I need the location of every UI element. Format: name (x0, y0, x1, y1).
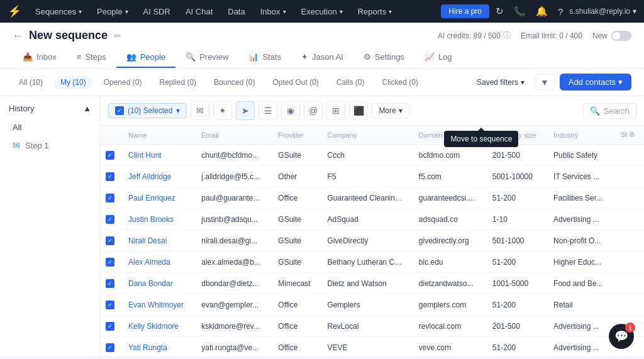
row-checkbox[interactable] (101, 187, 121, 209)
table-row[interactable]: Evan Whitmoyer evan@gempler... Office Ge… (101, 294, 644, 316)
row-check-7[interactable] (106, 301, 114, 309)
edit-title-icon[interactable]: ✏ (114, 31, 121, 41)
row-name[interactable]: Evan Whitmoyer (121, 294, 194, 316)
delete-button[interactable]: ⬛ (349, 101, 368, 120)
row-check-0[interactable] (106, 151, 114, 160)
row-checkbox[interactable] (101, 294, 121, 316)
row-checkbox[interactable] (101, 166, 121, 187)
filter-opted-out[interactable]: Opted Out (0) (266, 76, 325, 89)
row-checkbox[interactable] (101, 230, 121, 251)
row-check-8[interactable] (106, 322, 114, 331)
nav-reports[interactable]: Reports ▾ (352, 4, 399, 19)
nav-sequences[interactable]: Sequences ▾ (29, 4, 88, 19)
col-company: Company (320, 126, 411, 145)
hire-pro-button[interactable]: Hire a pro (441, 4, 489, 18)
table-row[interactable]: Dana Bondar dbondar@dietz... Mimecast Di… (101, 273, 644, 294)
row-name[interactable]: Paul Enriquez (121, 187, 194, 209)
row-name[interactable]: Nirali Desai (121, 230, 194, 251)
tab-preview[interactable]: 🔍 Preview (175, 47, 238, 68)
table-row[interactable]: Yati Rungta yati.rungta@ve... Office VEV… (101, 337, 644, 357)
add-contacts-button[interactable]: Add contacts ▾ (560, 74, 631, 91)
refresh-icon-button[interactable]: ↻ (492, 3, 508, 19)
row-check-3[interactable] (106, 215, 114, 224)
row-name[interactable]: Yati Rungta (121, 337, 194, 357)
saved-filters-button[interactable]: Saved filters ▾ (472, 75, 530, 89)
select-all-checkbox[interactable] (115, 106, 124, 115)
row-name[interactable]: Clint Hunt (121, 145, 194, 166)
row-checkbox[interactable] (101, 209, 121, 230)
tab-log[interactable]: 📈 Log (414, 47, 462, 68)
row-size: 1-10 (485, 209, 546, 230)
list-options-button[interactable]: ☰ (258, 101, 277, 120)
ai-credits-badge: AI credits: 89 / 500 ⓘ (438, 30, 511, 41)
nav-ai-sdr[interactable]: AI SDR (137, 4, 177, 19)
row-check-6[interactable] (106, 279, 114, 288)
email-icon: ✉ (196, 106, 204, 116)
row-check-4[interactable] (106, 236, 114, 245)
row-name[interactable]: Kelly Skidmore (121, 316, 194, 337)
tab-people[interactable]: 👥 People (116, 47, 175, 68)
bell-icon-button[interactable]: 🔔 (532, 3, 552, 19)
tab-inbox[interactable]: 📥 Inbox (13, 47, 67, 68)
row-check-9[interactable] (106, 343, 114, 352)
table-row[interactable]: Kelly Skidmore kskidmore@rev... Office R… (101, 316, 644, 337)
table-row[interactable]: Justin Brooks justinb@adsqu... GSuite Ad… (101, 209, 644, 230)
send-email-button[interactable]: ✉ (191, 101, 209, 120)
nav-ai-chat[interactable]: AI Chat (179, 4, 219, 19)
table-row[interactable]: Jeff Alldridge j.alldridge@f5.c... Other… (101, 166, 644, 187)
filter-calls[interactable]: Calls (0) (330, 76, 371, 89)
row-checkbox[interactable] (101, 145, 121, 166)
table-row[interactable]: Nirali Desai nirali.desai@gi... GSuite G… (101, 230, 644, 251)
filter-funnel-button[interactable]: ▼ (535, 74, 555, 91)
nav-data[interactable]: Data (221, 4, 251, 19)
move-to-sequence-button[interactable]: ➤ Move to sequence (236, 101, 255, 120)
row-check-2[interactable] (106, 194, 114, 202)
nav-inbox[interactable]: Inbox ▾ (254, 4, 292, 19)
tab-jason-ai[interactable]: ✦ Jason AI (291, 47, 353, 68)
tab-stats[interactable]: 📊 Stats (238, 47, 291, 68)
nav-execution[interactable]: Execution ▾ (295, 4, 349, 19)
filter-bounced[interactable]: Bounced (0) (208, 76, 261, 89)
tab-steps[interactable]: ≡ Steps (67, 47, 116, 68)
row-check-1[interactable] (106, 172, 114, 181)
search-box[interactable]: 🔍 Search (583, 103, 636, 119)
sidebar-collapse-icon[interactable]: ▲ (83, 104, 91, 113)
filter-opened[interactable]: Opened (0) (97, 76, 148, 89)
row-check-5[interactable] (106, 258, 114, 267)
back-button[interactable]: ← (13, 30, 23, 41)
help-icon-button[interactable]: ? (554, 4, 567, 19)
table-row[interactable]: Paul Enriquez paul@guarante... Office Gu… (101, 187, 644, 209)
row-checkbox[interactable] (101, 251, 121, 273)
more-button[interactable]: More ▾ (372, 103, 409, 118)
add-to-sequence-button[interactable]: ✦ (213, 101, 232, 120)
filter-clicked[interactable]: Clicked (0) (376, 76, 425, 89)
row-name[interactable]: Alex Almeda (121, 251, 194, 273)
row-industry: Advertising ... (546, 209, 613, 230)
row-checkbox[interactable] (101, 316, 121, 337)
table-row[interactable]: Alex Almeda alex.almeda@b... GSuite Beth… (101, 251, 644, 273)
row-checkbox[interactable] (101, 273, 121, 294)
toggle-switch[interactable] (611, 31, 631, 41)
row-name[interactable]: Justin Brooks (121, 209, 194, 230)
sidebar-item-all[interactable]: All (4, 119, 96, 136)
selected-badge[interactable]: (10) Selected ▾ (108, 103, 187, 118)
mark-replied-button[interactable]: ◉ (281, 101, 300, 120)
filter-my[interactable]: My (10) (54, 76, 92, 89)
col-settings-icon[interactable]: ⚙ (629, 131, 635, 138)
sidebar-item-step1[interactable]: ✉ Step 1 (4, 136, 96, 154)
filter-replied[interactable]: Replied (0) (153, 76, 203, 89)
nav-people[interactable]: People ▾ (91, 4, 134, 19)
filter-all[interactable]: All (10) (13, 76, 49, 89)
table-row[interactable]: Clint Hunt chunt@bcfdmo... GSuite Ccch b… (101, 145, 644, 166)
new-toggle[interactable]: New (592, 31, 631, 41)
row-checkbox[interactable] (101, 337, 121, 357)
tab-settings[interactable]: ⚙ Settings (353, 47, 414, 68)
grid-button[interactable]: ⊞ (326, 101, 345, 120)
mention-button[interactable]: @ (304, 101, 323, 120)
row-status (613, 145, 644, 166)
row-name[interactable]: Dana Bondar (121, 273, 194, 294)
chat-bubble-button[interactable]: 💬 1 (609, 324, 634, 349)
phone-icon-button[interactable]: 📞 (510, 3, 530, 19)
row-name[interactable]: Jeff Alldridge (121, 166, 194, 187)
user-menu-button[interactable]: s.shuliak@reply.io ▾ (569, 7, 636, 16)
